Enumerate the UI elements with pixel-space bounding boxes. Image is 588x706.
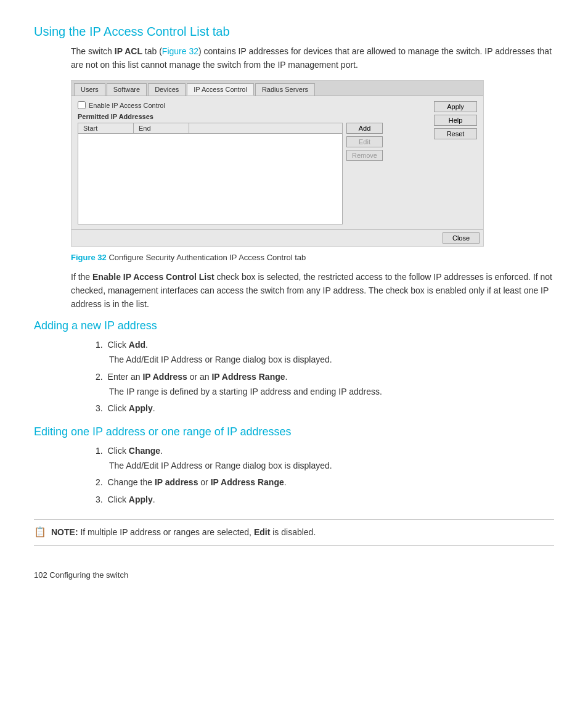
- edit-step-3-num: 3.: [96, 495, 103, 504]
- edit-step-2: 2. Change the IP address or IP Address R…: [96, 476, 554, 490]
- edit-step-2-num: 2.: [96, 477, 103, 487]
- intro-text-2: tab (: [142, 46, 162, 56]
- step-2-num: 2.: [96, 372, 103, 382]
- step-1-text: Click Add.: [108, 340, 148, 350]
- tab-ip-access-control[interactable]: IP Access Control: [187, 83, 254, 96]
- main-heading: Using the IP Access Control List tab: [34, 25, 554, 39]
- step-3-num: 3.: [96, 403, 103, 413]
- table-with-buttons: Start End Add Edit Remove: [78, 123, 428, 224]
- apply-button-top[interactable]: Apply: [434, 101, 477, 112]
- step-1-bold: Add: [129, 340, 145, 350]
- dialog-right-buttons: Apply Help Reset: [434, 101, 477, 224]
- note-text-1: If multiple IP address or ranges are sel…: [80, 527, 253, 537]
- permitted-label: Permitted IP Addresses: [78, 113, 428, 120]
- dialog-main: Enable IP Access Control Permitted IP Ad…: [78, 101, 428, 224]
- edit-step-3: 3. Click Apply.: [96, 493, 554, 507]
- tab-users[interactable]: Users: [74, 83, 105, 96]
- edit-button[interactable]: Edit: [346, 136, 383, 147]
- note-text-2: is disabled.: [270, 527, 316, 537]
- col-start: Start: [78, 123, 134, 133]
- help-button[interactable]: Help: [434, 115, 477, 126]
- adding-heading: Adding a new IP address: [34, 319, 554, 332]
- intro-text-1: The switch: [71, 46, 115, 56]
- edit-step-1-sub: The Add/Edit IP Address or Range dialog …: [109, 459, 554, 473]
- edit-step-2-text: Change the IP address or IP Address Rang…: [108, 477, 287, 487]
- edit-step-1: 1. Click Change. The Add/Edit IP Address…: [96, 445, 554, 472]
- ip-table: Start End: [78, 123, 343, 224]
- note-icon: 📋: [34, 526, 46, 538]
- step-2-bold2: IP Address Range: [211, 372, 285, 382]
- note-box: 📋 NOTE: If multiple IP address or ranges…: [34, 519, 554, 546]
- tab-devices[interactable]: Devices: [148, 83, 186, 96]
- note-label: NOTE:: [51, 527, 78, 537]
- step-3-bold: Apply: [129, 403, 153, 413]
- enable-ip-acl-checkbox[interactable]: [78, 101, 86, 109]
- enable-ip-acl-label: Enable IP Access Control: [89, 102, 165, 109]
- figure-caption-text: Configure Security Authentication IP Acc…: [107, 253, 306, 262]
- intro-bold-acl: IP ACL: [115, 46, 142, 56]
- col-end: End: [134, 123, 189, 133]
- intro-link[interactable]: Figure 32: [162, 46, 198, 56]
- intro-paragraph: The switch IP ACL tab (Figure 32) contai…: [71, 45, 554, 72]
- edit-step-2-bold2: IP Address Range: [211, 477, 284, 487]
- step-2-sub: The IP range is defined by a starting IP…: [109, 385, 554, 399]
- ip-table-body: [78, 134, 342, 220]
- ip-table-header: Start End: [78, 123, 342, 134]
- dialog-body: Enable IP Access Control Permitted IP Ad…: [71, 96, 483, 229]
- step-1-sub: The Add/Edit IP Address or Range dialog …: [109, 353, 554, 367]
- editing-heading: Editing one IP address or one range of I…: [34, 425, 554, 438]
- step-1-num: 1.: [96, 340, 103, 350]
- close-row: Close: [71, 229, 483, 246]
- description-paragraph: If the Enable IP Access Control List che…: [71, 271, 554, 311]
- edit-step-1-text: Click Change.: [108, 446, 163, 456]
- action-buttons: Add Edit Remove: [346, 123, 383, 161]
- edit-step-3-text: Click Apply.: [108, 495, 155, 504]
- tab-radius-servers[interactable]: Radius Servers: [255, 83, 315, 96]
- add-button[interactable]: Add: [346, 123, 383, 134]
- tab-software[interactable]: Software: [107, 83, 147, 96]
- add-steps-list: 1. Click Add. The Add/Edit IP Address or…: [96, 339, 554, 415]
- add-step-1: 1. Click Add. The Add/Edit IP Address or…: [96, 339, 554, 366]
- note-content: NOTE: If multiple IP address or ranges a…: [51, 526, 316, 539]
- edit-step-1-bold: Change: [129, 446, 160, 456]
- add-step-3: 3. Click Apply.: [96, 402, 554, 416]
- tab-bar: Users Software Devices IP Access Control…: [71, 81, 483, 96]
- figure-caption: Figure 32 Configure Security Authenticat…: [71, 253, 554, 262]
- figure-number: Figure 32: [71, 253, 107, 262]
- add-step-2: 2. Enter an IP Address or an IP Address …: [96, 371, 554, 398]
- step-3-text: Click Apply.: [108, 403, 155, 413]
- desc-bold: Enable IP Access Control List: [92, 272, 214, 282]
- edit-step-1-num: 1.: [96, 446, 103, 456]
- edit-step-3-bold: Apply: [129, 495, 153, 504]
- step-2-text: Enter an IP Address or an IP Address Ran…: [108, 372, 288, 382]
- figure-32: Users Software Devices IP Access Control…: [71, 80, 484, 247]
- page-footer: 102 Configuring the switch: [34, 570, 554, 580]
- reset-button[interactable]: Reset: [434, 128, 477, 139]
- enable-ip-acl-row: Enable IP Access Control: [78, 101, 428, 109]
- edit-steps-list: 1. Click Change. The Add/Edit IP Address…: [96, 445, 554, 507]
- desc-text-1: If the: [71, 272, 92, 282]
- note-bold: Edit: [254, 527, 270, 537]
- remove-button[interactable]: Remove: [346, 150, 383, 161]
- edit-step-2-bold1: IP address: [155, 477, 198, 487]
- close-button[interactable]: Close: [443, 232, 480, 244]
- step-2-bold1: IP Address: [142, 372, 187, 382]
